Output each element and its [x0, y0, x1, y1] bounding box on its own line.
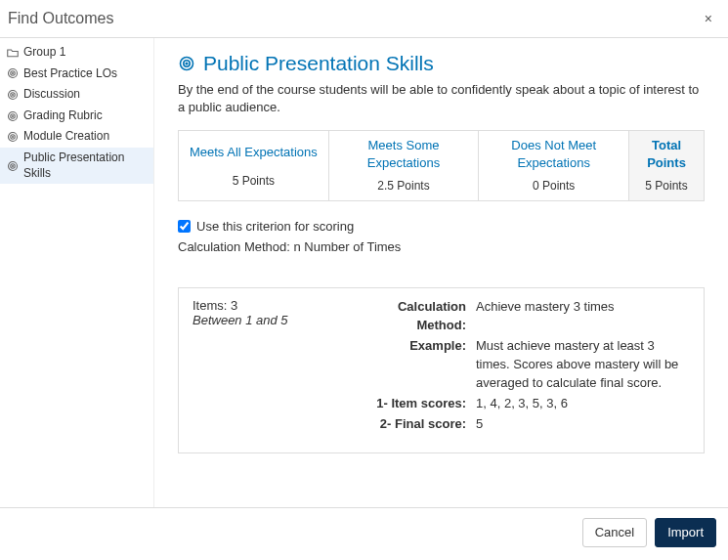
- criterion-col-total: Total Points 5 Points: [629, 131, 704, 200]
- criterion-title: Meets Some Expectations: [329, 131, 479, 175]
- outcome-sidebar: Group 1 Best Practice LOs Discussion Gra…: [0, 38, 154, 507]
- modal-title: Find Outcomes: [8, 6, 113, 31]
- detail-row-calculation-method: Calculation Method: Achieve mastery 3 ti…: [347, 298, 690, 335]
- modal-body: Group 1 Best Practice LOs Discussion Gra…: [0, 38, 728, 507]
- calculation-method-line: Calculation Method: n Number of Times: [178, 239, 705, 254]
- calculation-detail-left: Items: 3 Between 1 and 5: [193, 298, 320, 435]
- target-icon: [6, 66, 20, 80]
- svg-point-2: [13, 73, 14, 74]
- sidebar-item-best-practice-los[interactable]: Best Practice LOs: [0, 64, 153, 85]
- svg-point-8: [13, 115, 14, 116]
- sidebar-item-label: Group 1: [23, 45, 65, 61]
- close-button[interactable]: ×: [701, 11, 716, 26]
- criterion-title: Total Points: [629, 131, 704, 175]
- target-icon: [6, 159, 20, 173]
- cancel-button[interactable]: Cancel: [582, 518, 647, 547]
- detail-value: Achieve mastery 3 times: [476, 298, 690, 335]
- svg-point-11: [13, 137, 14, 138]
- use-for-scoring-checkbox[interactable]: [178, 220, 191, 233]
- criterion-col-meets-all: Meets All Expectations 5 Points: [179, 131, 329, 200]
- target-icon: [6, 130, 20, 144]
- criterion-title: Does Not Meet Expectations: [479, 131, 628, 175]
- import-button[interactable]: Import: [655, 518, 716, 547]
- use-for-scoring-row[interactable]: Use this criterion for scoring: [178, 219, 705, 234]
- sidebar-item-label: Public Presentation Skills: [23, 151, 148, 181]
- detail-value: 1, 4, 2, 3, 5, 3, 6: [476, 395, 690, 413]
- sidebar-item-module-creation[interactable]: Module Creation: [0, 126, 153, 148]
- criterion-points: 5 Points: [629, 175, 704, 200]
- detail-key: 1- Item scores:: [347, 395, 476, 413]
- detail-row-example: Example: Must achieve mastery at least 3…: [347, 337, 690, 393]
- criterion-points: 0 Points: [479, 175, 628, 200]
- detail-key: Example:: [347, 337, 476, 393]
- close-icon: ×: [705, 11, 712, 26]
- detail-row-item-scores: 1- Item scores: 1, 4, 2, 3, 5, 3, 6: [347, 395, 690, 413]
- folder-icon: [6, 46, 20, 60]
- sidebar-item-public-presentation-skills[interactable]: Public Presentation Skills: [0, 148, 153, 184]
- sidebar-item-group-1[interactable]: Group 1: [0, 42, 153, 64]
- criterion-points: 2.5 Points: [329, 175, 479, 200]
- target-icon: [6, 109, 20, 123]
- svg-point-14: [13, 165, 14, 166]
- use-for-scoring-label: Use this criterion for scoring: [196, 219, 354, 234]
- criterion-title: Meets All Expectations: [179, 131, 328, 170]
- criteria-table: Meets All Expectations 5 Points Meets So…: [178, 130, 705, 201]
- sidebar-item-label: Grading Rubric: [23, 108, 103, 124]
- calculation-detail-box: Items: 3 Between 1 and 5 Calculation Met…: [178, 287, 705, 453]
- outcome-description: By the end of the course students will b…: [178, 81, 705, 116]
- detail-row-final-score: 2- Final score: 5: [347, 415, 690, 434]
- criterion-col-does-not-meet: Does Not Meet Expectations 0 Points: [479, 131, 629, 200]
- detail-key: 2- Final score:: [347, 415, 476, 434]
- items-range: Between 1 and 5: [193, 313, 320, 327]
- target-icon: [178, 55, 195, 72]
- criterion-points: 5 Points: [179, 170, 328, 195]
- detail-value: Must achieve mastery at least 3 times. S…: [476, 337, 690, 393]
- calculation-detail-right: Calculation Method: Achieve mastery 3 ti…: [347, 298, 690, 435]
- sidebar-item-label: Best Practice LOs: [23, 66, 117, 82]
- sidebar-item-label: Module Creation: [23, 129, 109, 145]
- modal-footer: Cancel Import: [0, 507, 728, 557]
- svg-point-17: [186, 63, 188, 65]
- outcome-title-row: Public Presentation Skills: [178, 52, 705, 75]
- outcome-title: Public Presentation Skills: [203, 52, 434, 75]
- target-icon: [6, 88, 20, 102]
- criterion-col-meets-some: Meets Some Expectations 2.5 Points: [329, 131, 480, 200]
- modal-header: Find Outcomes ×: [0, 0, 728, 38]
- detail-value: 5: [476, 415, 690, 434]
- svg-point-5: [13, 95, 14, 96]
- detail-key: Calculation Method:: [347, 298, 476, 335]
- items-count: Items: 3: [193, 298, 320, 313]
- outcome-detail-panel: Public Presentation Skills By the end of…: [154, 38, 728, 507]
- sidebar-item-grading-rubric[interactable]: Grading Rubric: [0, 106, 153, 127]
- sidebar-item-label: Discussion: [23, 87, 80, 103]
- sidebar-item-discussion[interactable]: Discussion: [0, 84, 153, 106]
